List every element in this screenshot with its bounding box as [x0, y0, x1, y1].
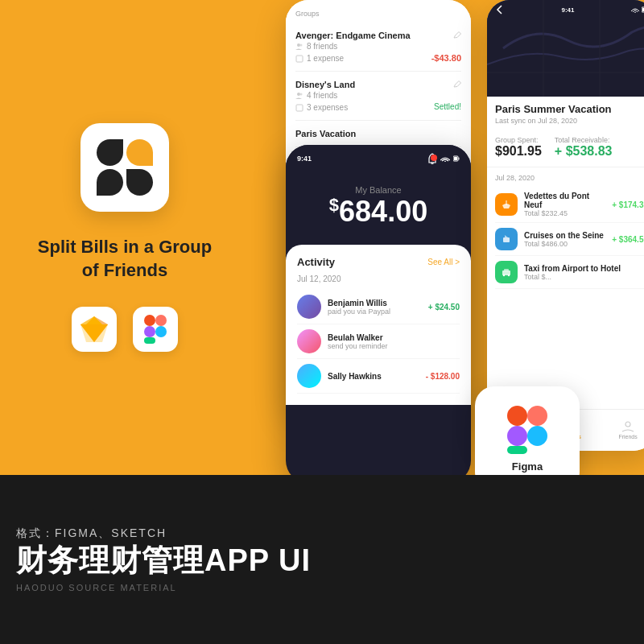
- sketch-icon-container: [72, 307, 117, 352]
- leaf-br: [126, 169, 153, 196]
- svg-rect-7: [144, 326, 155, 337]
- group-spent-stat: Group Spent: $901.95: [495, 136, 542, 159]
- expense-info-3: Taxi from Airport to Hotel Total $...: [524, 264, 644, 281]
- cruise-icon-container: [495, 228, 518, 250]
- person-name-3: Sally Hawkins: [328, 372, 419, 381]
- disney-expenses: 3 expenses: [307, 103, 348, 112]
- svg-point-11: [300, 43, 303, 46]
- paris-stats: Group Spent: $901.95 Total Receivable: +…: [487, 131, 644, 167]
- expense-name-2: Cruises on the Seine: [524, 231, 605, 240]
- paris-phone: 9:41 Paris Summer Vacation Last sync on …: [487, 0, 644, 451]
- top-section: Split Bills in a Group of Friends: [0, 0, 644, 475]
- left-panel: Split Bills in a Group of Friends: [0, 0, 250, 475]
- leaf-tr: [126, 139, 153, 166]
- groups-item-disney[interactable]: Disney's Land 4 friends 3 expenses Settl…: [295, 72, 461, 121]
- activity-info-2: Beulah Walker send you reminder: [328, 333, 460, 350]
- amount-1: + $24.50: [428, 303, 460, 312]
- leaf-bl: [97, 169, 123, 196]
- svg-rect-37: [503, 237, 510, 242]
- disney-title: Disney's Land: [295, 80, 355, 89]
- avatar-3: [297, 364, 321, 388]
- avatar-1: [297, 295, 321, 319]
- taxi-icon-container: [495, 261, 518, 283]
- tool-icons: [72, 307, 178, 352]
- groups-item-avenger[interactable]: Avenger: Endgame Cinema 8 friends 1 expe…: [295, 23, 461, 72]
- svg-point-32: [634, 12, 635, 13]
- svg-rect-25: [459, 158, 460, 160]
- svg-point-41: [508, 275, 510, 276]
- figma-popup[interactable]: Figma: [475, 386, 580, 475]
- avenger-amount: -$43.80: [431, 53, 461, 63]
- total-receivable-stat: Total Receivable: + $538.83: [555, 136, 613, 159]
- edit-pencil-icon: [453, 31, 461, 39]
- activity-title: Activity: [297, 256, 335, 268]
- group-spent-label: Group Spent:: [495, 136, 542, 144]
- person-name-2: Beulah Walker: [328, 333, 460, 342]
- tagline-line2: of Friends: [38, 259, 212, 283]
- svg-rect-50: [507, 426, 527, 446]
- figma-small-logo-icon: [144, 315, 167, 344]
- svg-point-14: [300, 93, 303, 95]
- balance-phone: 9:41 My Balance $684.00: [286, 145, 471, 475]
- transaction-1[interactable]: Benjamin Willis paid you via Paypal + $2…: [297, 290, 460, 324]
- tab-friends-right[interactable]: Friends: [618, 421, 637, 440]
- amount-3: - $128.00: [426, 372, 460, 381]
- expense-icon: [295, 55, 303, 63]
- expense-total-1: Total $232.45: [524, 209, 605, 217]
- friends-tab-right-icon: [621, 421, 635, 432]
- expense-total-2: Total $486.00: [524, 240, 605, 248]
- transaction-2[interactable]: Beulah Walker send you reminder: [297, 324, 460, 359]
- groups-item-paris[interactable]: Paris Vacation: [295, 121, 461, 147]
- activity-desc-1: paid you via Paypal: [328, 308, 422, 316]
- expense-cruises[interactable]: Cruises on the Seine Total $486.00 + $36…: [495, 223, 644, 256]
- bottom-format: 格式：FIGMA、SKETCH: [16, 526, 628, 541]
- battery-icon: [453, 155, 460, 162]
- boat-icon: [501, 199, 512, 210]
- figma-popup-logo: [507, 406, 547, 454]
- balance-time: 9:41: [297, 155, 312, 163]
- avatar-2: [297, 329, 321, 353]
- back-arrow-icon[interactable]: [495, 5, 505, 14]
- svg-rect-6: [155, 315, 167, 326]
- svg-rect-15: [296, 105, 303, 111]
- svg-point-9: [155, 326, 167, 337]
- balance-dollar: $: [329, 195, 339, 215]
- cruise-icon: [501, 233, 512, 245]
- disney-friends: 4 friends: [307, 91, 337, 100]
- expense-icon2: [295, 104, 303, 112]
- svg-rect-48: [507, 406, 527, 426]
- svg-point-40: [503, 275, 505, 276]
- bottom-title: 财务理财管理APP UI: [16, 544, 628, 578]
- expense-total-3: Total $...: [524, 273, 644, 281]
- friends-icon2: [295, 92, 303, 100]
- see-all-link[interactable]: See All >: [427, 258, 460, 266]
- status-icons: [440, 155, 460, 162]
- avenger-expenses: 1 expense: [307, 54, 344, 63]
- taxi-icon: [501, 266, 512, 278]
- figma-popup-label: Figma: [512, 460, 543, 473]
- sketch-logo-icon: [80, 316, 108, 342]
- dark-phone-header-bar: 9:41: [286, 145, 471, 169]
- notification-bell-container[interactable]: [426, 153, 439, 169]
- bottom-source: HAODUO SOURCE MATERIAL: [16, 583, 628, 592]
- tagline: Split Bills in a Group of Friends: [38, 236, 212, 282]
- app-icon-inner: [97, 139, 153, 196]
- transaction-3[interactable]: Sally Hawkins - $128.00: [297, 359, 460, 394]
- expense-taxi[interactable]: Taxi from Airport to Hotel Total $...: [495, 256, 644, 289]
- paris-date: Jul 28, 2020: [495, 174, 644, 182]
- avenger-friends: 8 friends: [307, 42, 337, 51]
- figma-icon-container: [133, 307, 178, 352]
- svg-point-10: [297, 43, 300, 47]
- map-background: 9:41: [487, 0, 644, 97]
- expense-name-3: Taxi from Airport to Hotel: [524, 264, 644, 273]
- friends-icon: [295, 43, 303, 51]
- bottom-section: 格式：FIGMA、SKETCH 财务理财管理APP UI HAODUO SOUR…: [0, 475, 644, 644]
- expense-vedettes[interactable]: Vedettes du Pont Neuf Total $232.45 + $1…: [495, 187, 644, 223]
- paris-sync-subtitle: Last sync on Jul 28, 2020: [495, 117, 644, 125]
- app-icon: [80, 123, 169, 212]
- wifi-icon: [440, 155, 450, 162]
- activity-info-3: Sally Hawkins: [328, 372, 419, 381]
- main-container: Split Bills in a Group of Friends: [0, 0, 644, 644]
- paris-wifi-icon: [631, 6, 639, 13]
- activity-info-1: Benjamin Willis paid you via Paypal: [328, 299, 422, 316]
